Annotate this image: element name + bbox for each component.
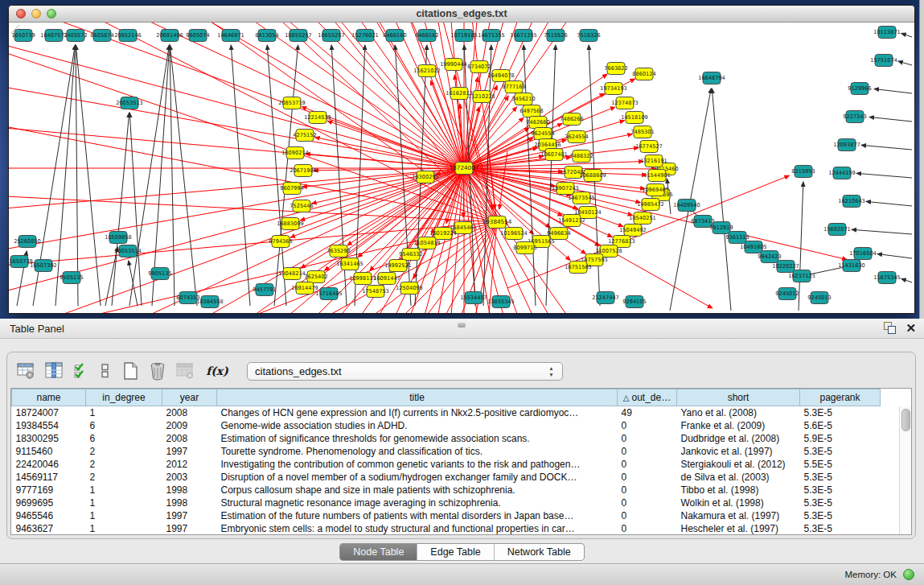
network-node[interactable]: 16648794 <box>698 72 725 84</box>
black-edge[interactable] <box>898 61 912 65</box>
close-panel-icon[interactable]: ✕ <box>906 322 916 334</box>
network-node[interactable]: 7515526 <box>544 30 567 42</box>
network-node[interactable]: 9624554 <box>531 128 554 140</box>
network-node[interactable]: 11675345 <box>873 272 901 284</box>
network-node[interactable]: 3456210 <box>511 93 535 105</box>
column-edit-button[interactable] <box>39 361 68 381</box>
node-table[interactable]: namein_degreeyeartitle△out_de…shortpager… <box>10 388 912 535</box>
network-node[interactable]: 9777169 <box>502 81 525 93</box>
red-edge[interactable] <box>194 23 464 168</box>
resize-grip-icon[interactable] <box>9 23 20 34</box>
column-header-short[interactable]: short <box>677 389 800 406</box>
red-edge[interactable] <box>9 23 464 168</box>
network-node[interactable]: 10998113 <box>349 273 376 285</box>
network-node[interactable]: 20671986 <box>290 165 317 177</box>
red-edge[interactable] <box>9 23 464 168</box>
table-row[interactable]: 1872400712008Changes of HCN gene express… <box>12 406 881 420</box>
table-row[interactable]: 1456911722003Disruption of a novel membe… <box>12 471 881 484</box>
network-node[interactable]: 17548753 <box>362 286 389 298</box>
network-node[interactable]: 11431630 <box>838 260 865 272</box>
network-node[interactable]: 9457791 <box>253 284 276 296</box>
table-row[interactable]: 1938455462009Genome-wide association stu… <box>12 419 881 432</box>
column-header-year[interactable]: year <box>162 389 217 406</box>
network-node[interactable]: 12444159 <box>828 167 856 179</box>
delete-trash-button[interactable] <box>144 361 171 381</box>
network-node[interactable]: 7486322 <box>569 150 593 163</box>
column-header-name[interactable]: name <box>12 389 86 406</box>
table-scrollbar[interactable] <box>899 406 911 534</box>
red-edge[interactable] <box>9 23 464 168</box>
float-panel-icon[interactable] <box>884 322 896 334</box>
network-node[interactable]: 18090214 <box>281 147 309 159</box>
black-edge[interactable] <box>546 45 556 306</box>
network-node[interactable]: 10113871 <box>873 27 901 39</box>
network-node[interactable]: 14992521 <box>384 260 412 272</box>
black-edge[interactable] <box>901 33 912 37</box>
network-node[interactable]: 9546332 <box>399 249 422 261</box>
table-row[interactable]: 946362711997Embryonic stem cells: a mode… <box>12 522 881 535</box>
network-node[interactable]: 18540251 <box>629 212 656 225</box>
tab-node-table[interactable]: Node Table <box>340 544 417 560</box>
splitter-handle[interactable] <box>458 323 466 328</box>
select-all-check-button[interactable] <box>68 363 92 379</box>
network-node[interactable]: 8813054 <box>255 30 278 42</box>
network-view[interactable]: 1650739164075732405572860587420852146206… <box>9 23 914 313</box>
network-node[interactable]: 9227343 <box>843 111 866 123</box>
network-node[interactable]: 9905135 <box>148 268 171 280</box>
network-node[interactable]: 16091447 <box>373 273 400 285</box>
network-node[interactable]: 7462660 <box>526 117 549 129</box>
network-window[interactable]: citations_edges.txt 16507391640757324055… <box>8 5 915 314</box>
network-node[interactable]: 25260850 <box>14 236 41 248</box>
red-edge[interactable] <box>9 23 497 222</box>
network-node[interactable]: 6466162 <box>415 30 438 42</box>
network-node[interactable]: 6497568 <box>519 105 543 117</box>
network-node[interactable]: 13048214 <box>278 268 306 280</box>
network-node[interactable]: 18509858 <box>105 232 132 244</box>
network-node[interactable]: 3624554 <box>565 131 588 143</box>
black-edge[interactable] <box>152 45 170 306</box>
black-edge[interactable] <box>877 254 912 258</box>
network-node[interactable]: 12374873 <box>611 97 639 109</box>
red-edge[interactable] <box>9 23 497 222</box>
network-node[interactable]: 17016504 <box>849 248 877 260</box>
window-titlebar[interactable]: citations_edges.txt <box>9 6 914 23</box>
black-edge[interactable] <box>76 45 78 306</box>
black-edge[interactable] <box>874 89 912 93</box>
network-node[interactable]: 7625402 <box>304 271 327 283</box>
network-node[interactable]: 16494078 <box>487 70 515 82</box>
tab-network-table[interactable]: Network Table <box>494 544 584 560</box>
black-edge[interactable] <box>901 278 912 282</box>
table-row[interactable]: 1830029562008Estimation of significance … <box>12 432 881 445</box>
network-node[interactable]: 19990444 <box>440 59 467 71</box>
red-edge[interactable] <box>9 23 464 168</box>
red-edge[interactable] <box>464 168 713 308</box>
network-node[interactable]: 9294105 <box>622 296 646 308</box>
network-node[interactable]: 2405572 <box>64 30 87 42</box>
network-node[interactable]: 21247447 <box>592 292 619 304</box>
zoom-window-icon[interactable] <box>47 9 56 19</box>
column-header-in_degree[interactable]: in_degree <box>86 389 162 406</box>
red-edge[interactable] <box>9 23 464 168</box>
rows-button[interactable] <box>92 363 117 379</box>
column-header-title[interactable]: title <box>217 389 618 406</box>
network-node[interactable]: 7663822 <box>604 63 627 75</box>
black-edge[interactable] <box>856 173 912 178</box>
network-node[interactable]: 9794365 <box>269 236 292 248</box>
black-edge[interactable] <box>112 113 129 306</box>
network-node[interactable]: 7635298 <box>326 245 350 257</box>
network-node[interactable]: 13835345 <box>487 296 515 308</box>
network-node[interactable]: 19734193 <box>600 83 627 95</box>
black-edge[interactable] <box>866 201 912 206</box>
network-node[interactable]: 8605874 <box>90 30 113 42</box>
new-document-button[interactable] <box>117 361 144 381</box>
memory-ok-icon[interactable] <box>903 569 914 580</box>
network-node[interactable]: 9245012 <box>775 288 799 300</box>
network-node[interactable]: 9505135 <box>60 272 83 284</box>
red-edge[interactable] <box>9 23 464 168</box>
network-node[interactable]: 8860124 <box>632 68 655 80</box>
scrollbar-thumb[interactable] <box>901 409 910 431</box>
network-node[interactable]: 16774527 <box>635 141 663 153</box>
network-node[interactable]: 18384558 <box>196 296 224 308</box>
red-edge[interactable] <box>9 23 464 168</box>
network-node[interactable]: 7485301 <box>630 126 654 138</box>
